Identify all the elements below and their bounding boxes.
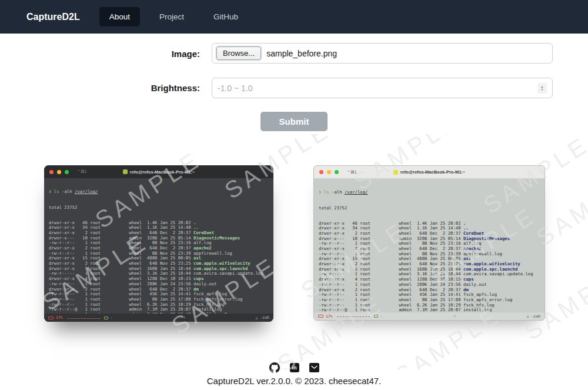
terminal-line: -rw-r--r-- 1 root wheel 280K Jan 24 23:5…	[49, 282, 269, 287]
terminal-line: drwxr-xr-x 5 root wheel 160B Jan 25 18:4…	[319, 267, 540, 272]
battery-icon	[48, 316, 54, 319]
nav-item-github[interactable]: GitHub	[203, 7, 248, 26]
terminal-line: -rw-r--r-- 1 root wheel 0B Jan 25 17:08 …	[319, 298, 540, 303]
terminal-line: drwxr-x--- 10 root admin 320B Jan 25 05:…	[319, 236, 540, 242]
terminal-app-icon	[393, 170, 398, 175]
terminal-line: drwxr-xr-x 4 root wheel 128B Dec 10 10:1…	[319, 277, 540, 282]
page: CaptureD2L About Project GitHub Image: B…	[0, 0, 588, 390]
shell-name: -zsh	[260, 315, 269, 320]
shell-icon: ⌂	[256, 316, 258, 320]
image-label: Image:	[82, 49, 200, 59]
footer-social-icons: in	[0, 362, 588, 373]
progress-dashes	[337, 315, 370, 317]
submit-button[interactable]: Submit	[260, 112, 328, 131]
power-icon: ϟ	[453, 314, 456, 319]
terminal-line: drwxr-xr-x 4 root wheel 128B Dec 10 10:1…	[49, 276, 269, 282]
tab-shortcut: ⌃⌘1	[77, 169, 87, 174]
terminal-app-icon	[123, 169, 128, 174]
folder-icon	[374, 315, 378, 318]
brand-logo: CaptureD2L	[26, 12, 80, 22]
battery-icon	[318, 315, 323, 318]
terminal-line: drwxr-xr-x 2 root wheel 64B Dec 2 20:37 …	[319, 246, 540, 252]
terminal-body: ❯ ls -alh /var/log/ total 23752 drwxr-xr…	[44, 178, 273, 322]
terminal-image-after: refo@refos-MacBook-Pro-M1:~ ⌃⌘1 ❯ ls -al…	[313, 165, 545, 321]
footer-version-text: CaptureD2L ver.2.0.0. © 2023. cheesecat4…	[0, 376, 588, 386]
number-spinner[interactable]: ▴ ▾	[537, 83, 547, 94]
terminal-titlebar: refo@refos-MacBook-Pro-M1:~ ⌃⌘1	[44, 165, 273, 178]
terminal-line: drwxr-xr-x 46 root wheel 1.4K Jan 25 20:…	[319, 221, 540, 226]
file-listing: drwxr-xr-x 46 root wheel 1.4K Jan 25 20:…	[49, 221, 269, 322]
folder-icon	[104, 316, 108, 319]
terminal-line: drwxr-xr-x 34 root wheel 1.1K Jan 25 14:…	[49, 225, 269, 231]
terminal-line: drwxr-xr-x 46 root wheel 1.4K Jan 25 20:…	[49, 221, 269, 226]
terminal-line: -rw-r----- 1 root wheel 3.1K Jan 25 18:4…	[49, 271, 269, 276]
terminal-line: -rw-r--r-- 1 root wheel 0B Nov 25 23:16 …	[49, 241, 269, 246]
brightness-placeholder: -1.0 ~ 1.0	[218, 84, 253, 93]
terminal-line: drwxr-xr-x 2 root wheel 64B Dec 2 20:37 …	[319, 288, 540, 293]
terminal-line: -rw-r--r-- 1 root wheel 0B Nov 25 23:39 …	[319, 252, 540, 257]
shell-icon: ⌂	[527, 314, 529, 318]
spinner-down-icon[interactable]: ▾	[542, 88, 543, 91]
shell-name: -zsh	[531, 314, 540, 319]
terminal-line: drwxr-xr-x 2 root wheel 64B Nov 25 23:25…	[49, 261, 269, 266]
terminal-line: drwxr-xr-x 15 root wheel 480B Jan 25 00:…	[319, 256, 540, 262]
terminal-line: drwxr-xr-x 2 root wheel 64B Dec 2 20:37 …	[49, 246, 269, 251]
terminal-body: ❯ ls -alh /var/log/ total 23752 drwxr-xr…	[314, 179, 544, 321]
terminal-image-before: refo@refos-MacBook-Pro-M1:~ ⌃⌘1 ❯ ls -al…	[44, 165, 273, 322]
terminal-command: ❯ ls -alh /var/log/	[49, 189, 269, 195]
terminal-line: drwxr-xr-x 5 root wheel 160B Jan 25 18:4…	[49, 266, 269, 272]
terminal-line: -rw-r--r-- 1 root wheel 6.2K Jan 25 10:2…	[49, 302, 269, 308]
linkedin-icon[interactable]: in	[290, 363, 299, 372]
terminal-line: drwxr-x--- 10 root admin 320B Jan 25 05:…	[49, 236, 269, 241]
brightness-input[interactable]: -1.0 ~ 1.0 ▴ ▾	[212, 78, 553, 98]
terminal-line: -rw-r--r-- 1 root wheel 45K Jan 25 14:41…	[319, 292, 540, 298]
terminal-line: -rw-r--r-- 1 root wheel 0B Nov 25 23:39 …	[49, 251, 269, 256]
terminal-line: -rw-r--r--@ 1 root admin 7.1M Jan 25 20:…	[49, 307, 269, 312]
file-listing: drwxr-xr-x 46 root wheel 1.4K Jan 25 20:…	[319, 221, 540, 321]
nav-item-project[interactable]: Project	[149, 7, 194, 26]
terminal-line: -rw-r--r-- 1 root wheel 0B Jan 25 17:08 …	[49, 297, 269, 302]
terminal-command: ❯ ls -alh /var/log/	[319, 190, 540, 195]
terminal-statusbar: 17% - ϟ ⌂ -zsh	[314, 312, 544, 320]
terminal-total-line: total 23752	[49, 205, 269, 211]
terminal-titlebar: refo@refos-MacBook-Pro-M1:~ ⌃⌘1	[314, 166, 544, 179]
terminal-line: drwxr-xr-x 2 root wheel 64B Dec 2 20:37 …	[49, 231, 269, 236]
terminal-line: -rw-r--r-- 1 root wheel 45K Jan 25 14:41…	[49, 292, 269, 297]
terminal-line: -rw-r--r-- 1 root wheel 280K Jan 24 23:5…	[319, 282, 540, 288]
terminal-statusbar: 17% - ϟ ⌂ -zsh	[44, 314, 273, 322]
terminal-line: drwxr-xr-x 2 root wheel 64B Dec 2 20:37 …	[49, 287, 269, 292]
brightness-label: Brightness:	[82, 83, 200, 93]
progress-dashes	[67, 317, 100, 319]
email-icon[interactable]	[309, 363, 319, 372]
browse-button[interactable]: Browse...	[216, 46, 261, 60]
github-icon[interactable]	[269, 362, 280, 373]
terminal-line: -rw-r----- 1 root wheel 3.1K Jan 25 18:4…	[319, 272, 540, 277]
terminal-line: drwxr-xr-x 34 root wheel 1.1K Jan 25 14:…	[319, 226, 540, 231]
image-file-input[interactable]: Browse... sample_before.png	[212, 43, 553, 64]
terminal-line: drwxr-xr-x 2 root wheel 64B Nov 25 23:25…	[319, 262, 540, 267]
terminal-line: drwxr-xr-x 2 root wheel 64B Dec 2 20:37 …	[319, 231, 540, 236]
navbar: CaptureD2L About Project GitHub	[0, 0, 588, 34]
selected-file-name: sample_before.png	[266, 49, 337, 58]
nav-item-about[interactable]: About	[99, 7, 140, 26]
power-icon: ϟ	[183, 315, 185, 320]
terminal-total-line: total 23752	[319, 206, 540, 211]
terminal-line: drwxr-xr-x 15 root wheel 480B Jan 25 00:…	[49, 256, 269, 261]
tab-shortcut: ⌃⌘1	[347, 170, 357, 175]
terminal-line: -rw-r--r-- 1 root wheel 6.2K Jan 25 10:2…	[319, 303, 540, 308]
terminal-line: -rw-r--r-- 1 root wheel 0B Nov 25 23:16 …	[319, 241, 540, 246]
